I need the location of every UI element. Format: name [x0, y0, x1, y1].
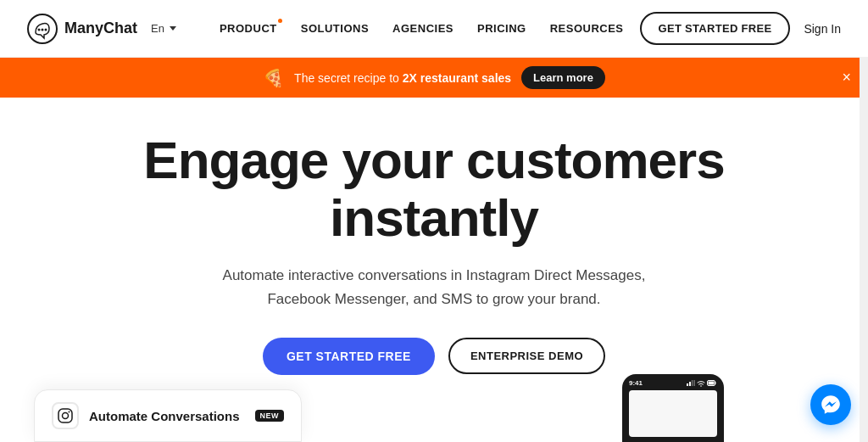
- svg-point-1: [38, 28, 41, 31]
- messenger-icon: [820, 394, 842, 416]
- main-nav: PRODUCT SOLUTIONS AGENCIES PRICING RESOU…: [203, 22, 640, 35]
- messenger-fab-button[interactable]: [810, 384, 851, 425]
- signal-bars-icon: [687, 381, 695, 386]
- hero-enterprise-demo-button[interactable]: ENTERPRISE DEMO: [448, 338, 605, 374]
- sign-in-button[interactable]: Sign In: [804, 22, 841, 36]
- navbar: ManyChat En PRODUCT SOLUTIONS AGENCIES P…: [0, 0, 868, 58]
- language-selector[interactable]: En: [151, 22, 176, 35]
- hero-buttons: GET STARTED FREE ENTERPRISE DEMO: [263, 338, 605, 375]
- nav-link-pricing[interactable]: PRICING: [477, 22, 526, 35]
- new-badge: NEW: [255, 410, 285, 422]
- svg-point-6: [69, 411, 70, 413]
- phone-mockup: 9:41: [622, 374, 724, 442]
- automate-icon: [52, 402, 79, 429]
- automate-card-label: Automate Conversations: [89, 409, 240, 423]
- bottom-strip: Automate Conversations NEW 9:41: [0, 374, 860, 442]
- svg-rect-4: [58, 409, 72, 422]
- banner-learn-more-button[interactable]: Learn more: [521, 66, 605, 89]
- phone-status-bar: 9:41: [629, 379, 717, 387]
- hero-title: Engage your customers instantly: [143, 131, 724, 247]
- nav-link-product[interactable]: PRODUCT: [220, 22, 277, 35]
- banner-close-button[interactable]: ×: [842, 69, 851, 87]
- hero-get-started-button[interactable]: GET STARTED FREE: [263, 338, 435, 375]
- logo-icon: [27, 14, 58, 44]
- nav-get-started-button[interactable]: GET STARTED FREE: [640, 12, 791, 45]
- phone-screen: [629, 390, 717, 437]
- nav-link-solutions[interactable]: SOLUTIONS: [301, 22, 369, 35]
- banner-text: The secret recipe to 2X restaurant sales: [294, 71, 511, 85]
- hero-subtitle: Automate interactive conversations in In…: [197, 264, 671, 310]
- nav-link-agencies[interactable]: AGENCIES: [392, 22, 453, 35]
- hero-section: Engage your customers instantly Automate…: [0, 98, 868, 392]
- svg-point-3: [45, 28, 47, 31]
- wifi-icon: [697, 380, 705, 387]
- logo-area[interactable]: ManyChat: [27, 14, 137, 44]
- banner-icon: 🍕: [263, 68, 284, 88]
- phone-time: 9:41: [629, 379, 643, 387]
- svg-point-7: [700, 385, 702, 387]
- automate-conversations-card: Automate Conversations NEW: [34, 389, 302, 442]
- battery-icon: [707, 380, 717, 386]
- svg-point-5: [63, 413, 69, 419]
- promo-banner: 🍕 The secret recipe to 2X restaurant sal…: [0, 58, 868, 98]
- svg-rect-9: [709, 382, 715, 385]
- lang-label: En: [151, 22, 164, 35]
- brand-name: ManyChat: [64, 20, 137, 37]
- chevron-down-icon: [170, 26, 176, 31]
- phone-status-icons: [687, 380, 717, 387]
- nav-actions: GET STARTED FREE Sign In: [640, 12, 841, 45]
- nav-link-resources[interactable]: RESOURCES: [550, 22, 624, 35]
- svg-point-2: [42, 28, 44, 31]
- scrollbar[interactable]: [860, 0, 868, 442]
